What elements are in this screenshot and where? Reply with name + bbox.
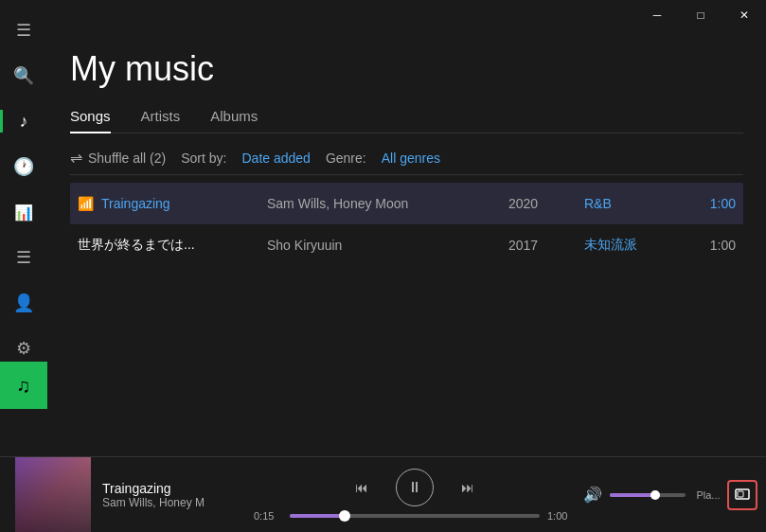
table-row[interactable]: 📶 Traingazing Sam Wills, Honey Moon 2020… — [70, 183, 743, 224]
song-duration-1: 1:00 — [679, 196, 736, 211]
shuffle-label: Shuffle all (2) — [88, 151, 166, 166]
progress-bar[interactable] — [290, 514, 540, 518]
player-info: Traingazing Sam Wills, Honey M — [102, 481, 254, 509]
player-artist: Sam Wills, Honey M — [102, 496, 254, 509]
maximize-button[interactable]: □ — [679, 0, 722, 30]
shuffle-button[interactable]: ⇌ Shuffle all (2) — [70, 149, 166, 167]
player-thumbnail — [15, 457, 91, 533]
player-controls: ⏮ ⏸ ⏭ 0:15 1:00 — [254, 469, 576, 522]
player-progress: 0:15 1:00 — [254, 510, 576, 522]
page-title: My music — [70, 49, 743, 89]
previous-button[interactable]: ⏮ — [347, 472, 377, 503]
song-artist-2: Sho Kiryuuin — [267, 238, 508, 253]
sort-value[interactable]: Date added — [241, 151, 310, 166]
player-extras: Pla... ··· — [693, 480, 766, 510]
music-note-icon: ♪ — [20, 112, 28, 132]
main-content: My music Songs Artists Albums ⇌ Shuffle … — [47, 30, 766, 456]
song-title-2: 世界が終るまでは... — [78, 237, 267, 254]
divider — [70, 174, 743, 175]
more-button[interactable]: ··· — [761, 480, 766, 510]
sidebar-item-menu[interactable]: ☰ — [0, 8, 47, 53]
song-duration-2: 1:00 — [679, 238, 736, 253]
clock-icon: 🕐 — [13, 156, 34, 177]
song-genre-1: R&B — [584, 196, 679, 211]
progress-fill — [290, 514, 345, 518]
table-row[interactable]: 世界が終るまでは... Sho Kiryuuin 2017 未知流派 1:00 — [70, 224, 743, 266]
spotify-icon: ♫ — [17, 375, 31, 397]
tab-albums[interactable]: Albums — [210, 108, 258, 133]
minimize-button[interactable]: ─ — [635, 0, 679, 30]
sidebar: ☰ 🔍 ♪ 🕐 📊 ☰ 👤 ⚙ ♫ — [0, 0, 47, 485]
genre-prefix: Genre: — [326, 151, 366, 166]
sidebar-item-account[interactable]: 👤 — [0, 280, 47, 326]
player-song-title: Traingazing — [102, 481, 254, 496]
sort-prefix: Sort by: — [181, 151, 226, 166]
window-controls: ─ □ ✕ — [635, 0, 766, 30]
shuffle-icon: ⇌ — [70, 149, 82, 167]
sidebar-item-playlists[interactable]: ☰ — [0, 235, 47, 280]
miniview-icon — [735, 488, 750, 502]
chart-icon: 📊 — [14, 204, 33, 222]
close-button[interactable]: ✕ — [722, 0, 766, 30]
svg-rect-1 — [738, 491, 743, 497]
list-icon: ☰ — [16, 247, 31, 268]
pause-button[interactable]: ⏸ — [396, 469, 434, 506]
thumb-overlay — [15, 457, 91, 533]
tabs-bar: Songs Artists Albums — [70, 108, 743, 133]
total-time: 1:00 — [547, 510, 576, 522]
song-title-1: 📶 Traingazing — [78, 196, 267, 211]
sidebar-item-recent[interactable]: 🕐 — [0, 144, 47, 189]
account-icon: 👤 — [13, 293, 34, 313]
song-year-2: 2017 — [508, 238, 584, 253]
play-to-button[interactable]: Pla... — [693, 480, 723, 510]
volume-knob[interactable] — [650, 490, 660, 500]
toolbar: ⇌ Shuffle all (2) Sort by: Date added Ge… — [70, 149, 743, 167]
player-buttons: ⏮ ⏸ ⏭ — [347, 469, 483, 506]
playing-icon: 📶 — [78, 196, 94, 211]
tab-songs[interactable]: Songs — [70, 108, 111, 133]
title-bar: ─ □ ✕ — [47, 0, 766, 30]
progress-knob[interactable] — [339, 510, 350, 522]
search-icon: 🔍 — [13, 65, 34, 86]
genre-value[interactable]: All genres — [382, 151, 440, 166]
volume-icon[interactable]: 🔊 — [583, 486, 602, 504]
tab-artists[interactable]: Artists — [141, 108, 181, 133]
spotify-button[interactable]: ♫ — [0, 362, 47, 409]
mini-view-button[interactable] — [727, 480, 757, 510]
song-year-1: 2020 — [508, 196, 584, 211]
player-right: 🔊 — [583, 486, 686, 504]
sidebar-item-search[interactable]: 🔍 — [0, 53, 47, 98]
volume-bar[interactable] — [610, 493, 686, 497]
next-button[interactable]: ⏭ — [453, 472, 483, 503]
gear-icon: ⚙ — [16, 338, 31, 359]
menu-icon: ☰ — [16, 20, 31, 41]
sidebar-item-nowplaying[interactable]: 📊 — [0, 189, 47, 235]
player-bar: Traingazing Sam Wills, Honey M ⏮ ⏸ ⏭ 0:1… — [0, 456, 766, 532]
song-artist-1: Sam Wills, Honey Moon — [267, 196, 508, 211]
song-list: 📶 Traingazing Sam Wills, Honey Moon 2020… — [70, 183, 743, 266]
sidebar-item-music[interactable]: ♪ — [0, 98, 47, 144]
current-time: 0:15 — [254, 510, 282, 522]
volume-fill — [610, 493, 655, 497]
song-genre-2: 未知流派 — [584, 237, 679, 254]
